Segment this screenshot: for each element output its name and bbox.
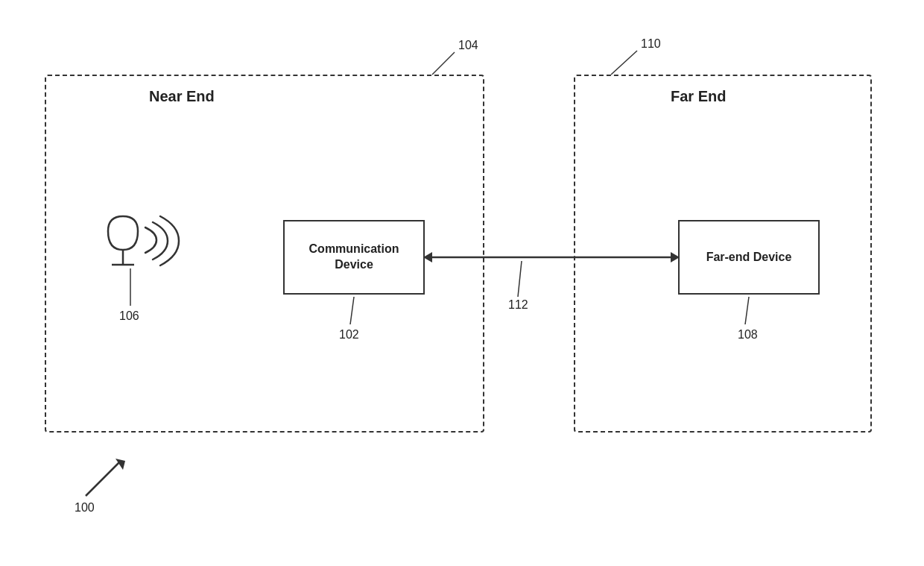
near-end-label: Near End — [149, 88, 215, 105]
ref-106: 106 — [119, 309, 139, 323]
diagram-container: Near End Far End CommunicationDevice Far… — [0, 0, 924, 566]
ref-110: 110 — [641, 37, 661, 51]
svg-line-5 — [432, 52, 455, 75]
far-end-device-label: Far-end Device — [706, 251, 792, 264]
svg-line-6 — [611, 51, 637, 75]
far-end-device-box: Far-end Device — [678, 220, 820, 295]
ref-100: 100 — [75, 501, 95, 515]
svg-line-11 — [86, 462, 119, 496]
far-end-label: Far End — [671, 88, 726, 105]
ref-112: 112 — [508, 298, 528, 312]
ref-108: 108 — [738, 328, 758, 342]
ref-104: 104 — [458, 39, 478, 52]
svg-line-9 — [518, 261, 522, 297]
ref-102: 102 — [339, 328, 359, 342]
comm-device-label: CommunicationDevice — [309, 242, 399, 273]
comm-device-box: CommunicationDevice — [283, 220, 425, 295]
svg-marker-12 — [116, 459, 125, 470]
